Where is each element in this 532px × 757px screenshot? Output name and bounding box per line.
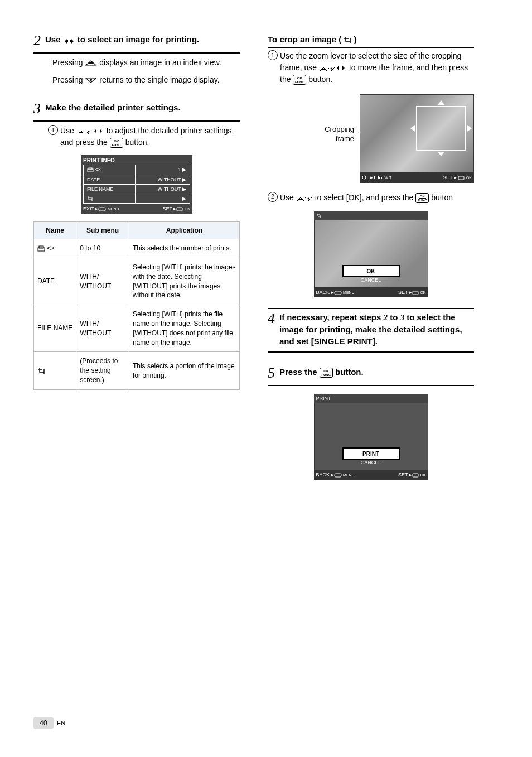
s4r1: 2 bbox=[384, 313, 388, 322]
note1b: displays an image in an index view. bbox=[99, 58, 221, 67]
r4-sub: (Proceeds to the setting screen.) bbox=[76, 352, 129, 389]
step-2-title: Use to select an image for printing. bbox=[45, 33, 240, 46]
pi-row2-name: DATE bbox=[84, 175, 136, 184]
dpad-icon bbox=[319, 64, 347, 72]
r1-sub: 0 to 10 bbox=[76, 239, 129, 258]
cs1c: button. bbox=[308, 75, 332, 84]
s3a: Use bbox=[60, 126, 76, 135]
th-app: Application bbox=[129, 222, 239, 239]
crop-title-a: To crop an image ( bbox=[268, 35, 341, 44]
pp-back: BACK bbox=[316, 472, 330, 478]
r3-sub: WITH/ WITHOUT bbox=[76, 305, 129, 352]
crop-preview-panel: OK CANCEL BACK ▸ MENU SET ▸ OK bbox=[314, 211, 428, 298]
r2-name: DATE bbox=[34, 258, 76, 305]
pi-r1-val: 1 bbox=[178, 167, 181, 172]
page-num-text: 40 bbox=[40, 719, 47, 727]
th-name: Name bbox=[34, 222, 76, 239]
note2a: Pressing bbox=[52, 75, 85, 84]
svg-line-13 bbox=[365, 179, 367, 181]
pi-row3-name: FILE NAME bbox=[84, 184, 136, 194]
table-row: <× 0 to 10 This selects the number of pr… bbox=[34, 239, 240, 258]
step-3-number: 3 bbox=[33, 102, 41, 116]
s4r2: 3 bbox=[400, 313, 405, 322]
crop-frame-label: Cropping frame bbox=[315, 125, 354, 144]
svg-point-16 bbox=[307, 197, 309, 199]
cf-ok: OK bbox=[466, 176, 472, 180]
print-info-title: PRINT INFO bbox=[83, 157, 190, 163]
step3-sub1: Use to adjust the detailed printer setti… bbox=[60, 125, 240, 148]
r2-app: Selecting [WITH] prints the images with … bbox=[129, 258, 239, 305]
crop-icon bbox=[37, 367, 45, 375]
pi-exit: EXIT bbox=[83, 206, 94, 211]
note1a: Pressing bbox=[52, 58, 85, 67]
cs2b: to select [OK], and press the bbox=[315, 193, 416, 202]
pi-row1-name: <× bbox=[84, 165, 136, 175]
page-lang: EN bbox=[57, 720, 65, 726]
print-info-panel: PRINT INFO <× 1 ▶ DATE WITHOUT ▶ FILE NA… bbox=[81, 155, 192, 214]
step2-title-a: Use bbox=[45, 35, 63, 44]
pi-r1-alt: <× bbox=[95, 167, 101, 172]
pp-menu: MENU bbox=[343, 473, 355, 477]
crop-sub1: Use the zoom lever to select the size of… bbox=[280, 50, 474, 85]
pi-r2-val: WITHOUT bbox=[158, 177, 181, 182]
s4a: If necessary, repeat steps bbox=[279, 312, 384, 322]
step-3-title: Make the detailed printer settings. bbox=[45, 102, 240, 113]
table-row: (Proceeds to the setting screen.) This s… bbox=[34, 352, 240, 389]
cancel-option: CANCEL bbox=[342, 460, 400, 467]
s5a: Press the bbox=[279, 367, 320, 377]
ok-func-button-icon: OKFUNC bbox=[415, 193, 429, 203]
step2-note-2: Pressing returns to the single image dis… bbox=[52, 74, 240, 86]
crop-icon bbox=[316, 213, 322, 219]
pi-ok: OK bbox=[185, 207, 190, 211]
step-4-title: If necessary, repeat steps 2 to 3 to sel… bbox=[279, 311, 474, 347]
down-arrow-icon bbox=[85, 77, 97, 84]
preview-cancel-option: CANCEL bbox=[342, 277, 400, 285]
pp-set: SET bbox=[398, 472, 408, 478]
print-option: PRINT bbox=[342, 447, 400, 460]
note2b: returns to the single image display. bbox=[99, 75, 219, 84]
svg-rect-18 bbox=[413, 291, 418, 295]
step-5-title: Press the OKFUNC button. bbox=[279, 366, 474, 378]
pi-set: SET bbox=[163, 206, 172, 211]
r3-name: FILE NAME bbox=[34, 305, 76, 352]
r2-sub: WITH/ WITHOUT bbox=[76, 258, 129, 305]
svg-point-11 bbox=[331, 68, 332, 70]
up-down-arrow-icon bbox=[296, 194, 313, 202]
r4-app: This selects a portion of the image for … bbox=[129, 352, 239, 389]
pv-back: BACK bbox=[316, 290, 330, 295]
r1-app: This selects the number of prints. bbox=[129, 239, 239, 258]
zoom-icon bbox=[362, 175, 369, 181]
ok-func-button-icon: OKFUNC bbox=[320, 368, 333, 378]
svg-rect-6 bbox=[99, 208, 105, 211]
th-sub: Sub menu bbox=[76, 222, 129, 239]
left-right-arrow-icon bbox=[63, 35, 75, 46]
up-arrow-icon bbox=[85, 60, 97, 66]
svg-rect-2 bbox=[79, 132, 83, 133]
step-4-number: 4 bbox=[268, 311, 275, 326]
cf-wt: W T bbox=[385, 176, 392, 180]
svg-rect-19 bbox=[335, 474, 341, 477]
svg-rect-17 bbox=[335, 291, 341, 295]
ok-func-button-icon: OKFUNC bbox=[293, 75, 306, 85]
ok-func-button-icon: OKFUNC bbox=[110, 138, 123, 148]
pi-row4-name bbox=[84, 194, 136, 204]
step-2-number: 2 bbox=[33, 33, 41, 48]
crop-icon bbox=[87, 196, 94, 201]
svg-rect-7 bbox=[177, 208, 182, 211]
svg-rect-14 bbox=[458, 176, 464, 180]
dpad-icon bbox=[76, 127, 104, 135]
r1-alt: <× bbox=[47, 244, 55, 252]
print-confirm-panel: PRINT PRINT CANCEL BACK ▸ MENU SET ▸ OK bbox=[314, 394, 428, 480]
table-row: DATE WITH/ WITHOUT Selecting [WITH] prin… bbox=[34, 258, 240, 305]
crop-heading: To crop an image ( ) bbox=[268, 35, 357, 44]
step2-note-1: Pressing displays an image in an index v… bbox=[52, 57, 240, 69]
svg-point-3 bbox=[88, 131, 89, 133]
s5b: button. bbox=[335, 367, 364, 377]
cs2c: button bbox=[431, 193, 453, 202]
step2-title-b: to select an image for printing. bbox=[78, 35, 199, 44]
print-panel-title: PRINT bbox=[314, 394, 428, 403]
circled-1: 1 bbox=[268, 50, 278, 60]
cf-set: SET bbox=[443, 175, 452, 180]
svg-rect-0 bbox=[89, 62, 93, 64]
crop-title-b: ) bbox=[354, 35, 357, 44]
